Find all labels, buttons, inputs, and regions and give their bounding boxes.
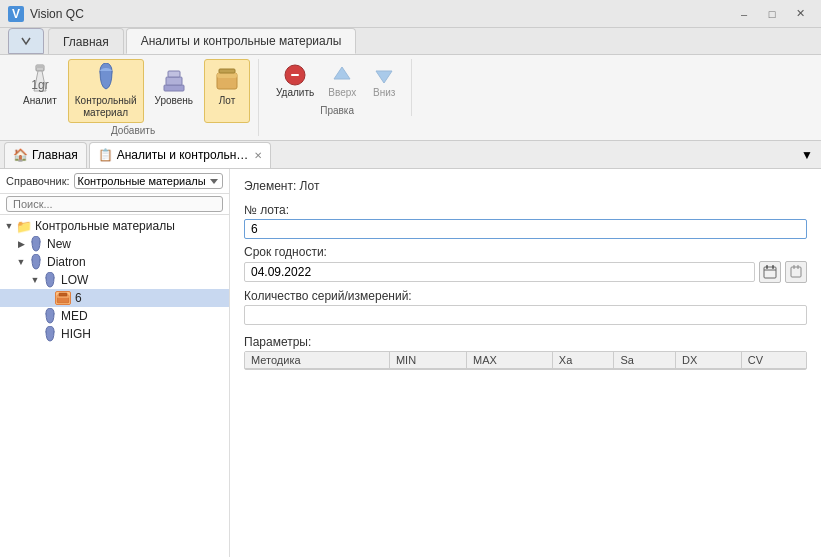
tree-label-high: HIGH xyxy=(61,327,91,341)
svg-rect-9 xyxy=(168,71,180,77)
svg-text:V: V xyxy=(12,7,20,21)
up-label: Вверх xyxy=(328,87,356,99)
ribbon-group-edit-items: Удалить Вверх xyxy=(271,59,403,103)
delete-label: Удалить xyxy=(276,87,314,99)
svg-marker-16 xyxy=(376,71,392,83)
add-group-label: Добавить xyxy=(111,125,155,136)
svg-rect-27 xyxy=(772,265,774,269)
ribbon-group-edit: Удалить Вверх xyxy=(263,59,412,116)
svg-rect-3 xyxy=(36,65,44,68)
add-level-button[interactable]: Уровень xyxy=(148,59,201,123)
lot-number-input[interactable] xyxy=(244,219,807,239)
bottle-icon-diatron xyxy=(28,254,44,270)
col-metodika: Методика xyxy=(245,352,389,369)
ribbon-tabs: Главная Аналиты и контрольные материалы xyxy=(0,28,821,54)
delete-button[interactable]: Удалить xyxy=(271,59,319,103)
close-button[interactable]: ✕ xyxy=(787,4,813,24)
tree-item-low[interactable]: LOW xyxy=(0,271,229,289)
tab-bar: 🏠 Главная 📋 Аналиты и контрольн… ✕ ▼ xyxy=(0,141,821,169)
col-min: MIN xyxy=(389,352,466,369)
svg-rect-12 xyxy=(219,69,235,73)
add-control-button[interactable]: Контрольныйматериал xyxy=(68,59,144,123)
home-tab-icon: 🏠 xyxy=(13,148,28,162)
element-title: Элемент: Лот xyxy=(244,179,807,193)
up-button[interactable]: Вверх xyxy=(323,59,361,103)
down-button[interactable]: Вниз xyxy=(365,59,403,103)
bottle-icon-new xyxy=(28,236,44,252)
svg-rect-14 xyxy=(291,74,299,76)
lot-icon xyxy=(211,63,243,95)
col-xa: Xa xyxy=(552,352,614,369)
level-label: Уровень xyxy=(155,95,194,107)
selected-lot-visual xyxy=(55,291,71,305)
params-label: Параметры: xyxy=(244,335,807,349)
tree-item-diatron[interactable]: Diatron xyxy=(0,253,229,271)
maximize-button[interactable]: □ xyxy=(759,4,785,24)
svg-rect-26 xyxy=(766,265,768,269)
col-dx: DX xyxy=(675,352,741,369)
right-panel: Элемент: Лот № лота: Срок годности: Коли… xyxy=(230,169,821,557)
lot-number-group: № лота: xyxy=(244,203,807,239)
col-sa: Sa xyxy=(614,352,676,369)
tree-arrow-root xyxy=(2,221,16,231)
expiry-input[interactable] xyxy=(244,262,755,282)
svg-marker-15 xyxy=(334,67,350,79)
search-input[interactable] xyxy=(6,196,223,212)
analytes-tab-close[interactable]: ✕ xyxy=(254,150,262,161)
measurements-input[interactable] xyxy=(244,305,807,325)
tree-item-lot6[interactable]: 6 xyxy=(0,289,229,307)
lot-label: Лот xyxy=(219,95,235,107)
svg-rect-29 xyxy=(791,267,801,277)
edit-group-label: Правка xyxy=(320,105,354,116)
tree-item-med[interactable]: MED xyxy=(0,307,229,325)
tab-dropdown-button[interactable]: ▼ xyxy=(797,142,817,168)
svg-rect-22 xyxy=(59,293,67,296)
left-panel: Справочник: Контрольные материалы 📁 Конт… xyxy=(0,169,230,557)
home-tab-label: Главная xyxy=(32,148,78,162)
calendar-button[interactable] xyxy=(759,261,781,283)
ribbon-arrow-button[interactable] xyxy=(8,28,44,54)
tree-label-low: LOW xyxy=(61,273,88,287)
control-icon xyxy=(90,63,122,95)
tree-item-high[interactable]: HIGH xyxy=(0,325,229,343)
ribbon-content: 1gr Аналит Контрольныйматериал xyxy=(0,54,821,140)
document-tab-home[interactable]: 🏠 Главная xyxy=(4,142,87,168)
svg-rect-8 xyxy=(166,77,182,85)
expiry-row xyxy=(244,261,807,283)
add-analyte-button[interactable]: 1gr Аналит xyxy=(16,59,64,123)
main-area: Справочник: Контрольные материалы 📁 Конт… xyxy=(0,169,821,557)
tree-item-new[interactable]: New xyxy=(0,235,229,253)
add-lot-button[interactable]: Лот xyxy=(204,59,250,123)
titlebar-controls: – □ ✕ xyxy=(731,4,813,24)
tab-home[interactable]: Главная xyxy=(48,28,124,54)
app-icon: V xyxy=(8,6,24,22)
tree-label-diatron: Diatron xyxy=(47,255,86,269)
col-max: MAX xyxy=(467,352,553,369)
analytes-tab-label: Аналиты и контрольн… xyxy=(117,148,249,162)
bottle-icon-high xyxy=(42,326,58,342)
search-bar xyxy=(0,194,229,215)
filter-select[interactable]: Контрольные материалы xyxy=(74,173,223,189)
bottle-icon-med xyxy=(42,308,58,324)
measurements-group: Количество серий/измерений: xyxy=(244,289,807,325)
tree-item-root[interactable]: 📁 Контрольные материалы xyxy=(0,217,229,235)
bottle-icon-low xyxy=(42,272,58,288)
ribbon-group-add-items: 1gr Аналит Контрольныйматериал xyxy=(16,59,250,123)
minimize-button[interactable]: – xyxy=(731,4,757,24)
date-extra-button[interactable] xyxy=(785,261,807,283)
tab-analytes[interactable]: Аналиты и контрольные материалы xyxy=(126,28,357,54)
tree-arrow-diatron xyxy=(14,257,28,267)
tree-label-new: New xyxy=(47,237,71,251)
expiry-label: Срок годности: xyxy=(244,245,807,259)
params-table-container: Методика MIN MAX Xa Sa DX CV xyxy=(244,351,807,370)
control-label: Контрольныйматериал xyxy=(75,95,137,119)
down-icon xyxy=(372,63,396,87)
analyte-label: Аналит xyxy=(23,95,57,107)
tree-label-root: Контрольные материалы xyxy=(35,219,175,233)
document-tab-analytes[interactable]: 📋 Аналиты и контрольн… ✕ xyxy=(89,142,272,168)
tree-arrow-low xyxy=(28,275,42,285)
down-label: Вниз xyxy=(373,87,395,99)
level-icon xyxy=(158,63,190,95)
delete-icon xyxy=(283,63,307,87)
params-section: Параметры: Методика MIN MAX Xa Sa DX CV xyxy=(244,335,807,370)
